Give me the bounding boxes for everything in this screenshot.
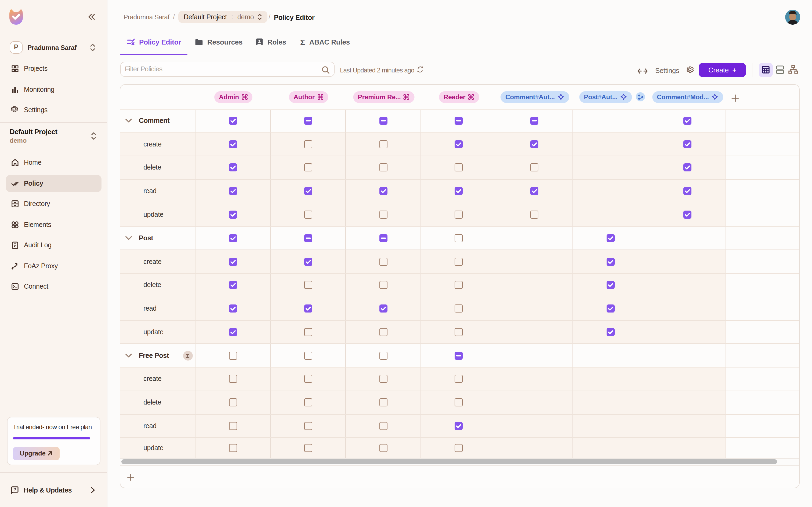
svg-text:?: ?	[13, 487, 16, 492]
